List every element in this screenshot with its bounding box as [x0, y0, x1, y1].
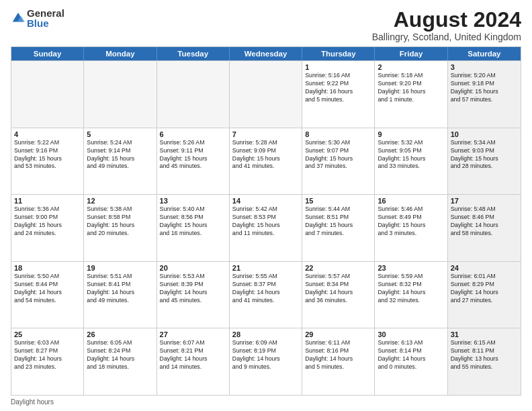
calendar-week: 25Sunrise: 6:03 AM Sunset: 8:27 PM Dayli… — [11, 328, 521, 395]
calendar-cell: 23Sunrise: 5:59 AM Sunset: 8:32 PM Dayli… — [375, 262, 447, 328]
calendar-cell: 6Sunrise: 5:26 AM Sunset: 9:11 PM Daylig… — [157, 128, 230, 195]
header-day: Thursday — [302, 47, 375, 60]
day-number: 15 — [305, 197, 371, 205]
calendar-cell: 28Sunrise: 6:09 AM Sunset: 8:19 PM Dayli… — [230, 328, 302, 395]
day-info: Sunrise: 5:28 AM Sunset: 9:09 PM Dayligh… — [232, 139, 299, 171]
header-day: Tuesday — [157, 47, 230, 60]
day-number: 2 — [378, 63, 444, 71]
day-info: Sunrise: 5:55 AM Sunset: 8:37 PM Dayligh… — [232, 273, 299, 305]
calendar-cell: 30Sunrise: 6:13 AM Sunset: 8:14 PM Dayli… — [375, 328, 447, 395]
calendar-cell — [230, 61, 302, 128]
day-info: Sunrise: 5:50 AM Sunset: 8:44 PM Dayligh… — [14, 273, 81, 305]
calendar-cell — [11, 61, 84, 128]
day-number: 17 — [451, 197, 518, 205]
day-number: 3 — [451, 63, 518, 71]
calendar-cell: 3Sunrise: 5:20 AM Sunset: 9:18 PM Daylig… — [448, 61, 521, 128]
header-day: Saturday — [448, 47, 521, 60]
day-info: Sunrise: 6:15 AM Sunset: 8:11 PM Dayligh… — [451, 339, 518, 371]
footer-note: Daylight hours — [11, 398, 521, 406]
day-number: 28 — [232, 330, 299, 338]
calendar-cell: 4Sunrise: 5:22 AM Sunset: 9:16 PM Daylig… — [11, 128, 84, 195]
day-info: Sunrise: 5:59 AM Sunset: 8:32 PM Dayligh… — [378, 273, 444, 305]
header: General Blue August 2024 Ballingry, Scot… — [11, 8, 521, 42]
calendar-cell: 9Sunrise: 5:32 AM Sunset: 9:05 PM Daylig… — [375, 128, 447, 195]
day-number: 6 — [160, 130, 226, 138]
calendar-cell: 20Sunrise: 5:53 AM Sunset: 8:39 PM Dayli… — [157, 262, 230, 328]
calendar-week: 1Sunrise: 5:16 AM Sunset: 9:22 PM Daylig… — [11, 60, 521, 128]
day-info: Sunrise: 6:07 AM Sunset: 8:21 PM Dayligh… — [160, 339, 226, 371]
day-info: Sunrise: 5:18 AM Sunset: 9:20 PM Dayligh… — [378, 72, 444, 104]
logo-blue: Blue — [27, 18, 64, 28]
page: General Blue August 2024 Ballingry, Scot… — [0, 0, 532, 411]
day-info: Sunrise: 5:51 AM Sunset: 8:41 PM Dayligh… — [87, 273, 153, 305]
day-info: Sunrise: 6:01 AM Sunset: 8:29 PM Dayligh… — [451, 273, 518, 305]
day-number: 9 — [378, 130, 444, 138]
calendar-cell: 2Sunrise: 5:18 AM Sunset: 9:20 PM Daylig… — [375, 61, 447, 128]
calendar-cell: 12Sunrise: 5:38 AM Sunset: 8:58 PM Dayli… — [84, 195, 157, 261]
day-number: 23 — [378, 264, 444, 272]
day-number: 1 — [305, 63, 371, 71]
day-info: Sunrise: 5:22 AM Sunset: 9:16 PM Dayligh… — [14, 139, 81, 171]
day-number: 20 — [160, 264, 226, 272]
day-number: 19 — [87, 264, 153, 272]
title-block: August 2024 Ballingry, Scotland, United … — [372, 8, 521, 42]
day-info: Sunrise: 5:48 AM Sunset: 8:46 PM Dayligh… — [451, 205, 518, 238]
day-info: Sunrise: 6:13 AM Sunset: 8:14 PM Dayligh… — [378, 339, 444, 371]
day-info: Sunrise: 5:34 AM Sunset: 9:03 PM Dayligh… — [451, 139, 518, 171]
day-number: 10 — [451, 130, 518, 138]
header-day: Monday — [84, 47, 157, 60]
calendar-week: 18Sunrise: 5:50 AM Sunset: 8:44 PM Dayli… — [11, 261, 521, 328]
calendar-cell: 15Sunrise: 5:44 AM Sunset: 8:51 PM Dayli… — [302, 195, 375, 261]
calendar-cell: 29Sunrise: 6:11 AM Sunset: 8:16 PM Dayli… — [302, 328, 375, 395]
day-info: Sunrise: 5:46 AM Sunset: 8:49 PM Dayligh… — [378, 205, 444, 238]
day-info: Sunrise: 5:40 AM Sunset: 8:56 PM Dayligh… — [160, 205, 226, 238]
calendar: SundayMondayTuesdayWednesdayThursdayFrid… — [11, 46, 521, 396]
day-info: Sunrise: 5:30 AM Sunset: 9:07 PM Dayligh… — [305, 139, 371, 171]
day-info: Sunrise: 5:26 AM Sunset: 9:11 PM Dayligh… — [160, 139, 226, 171]
day-info: Sunrise: 5:24 AM Sunset: 9:14 PM Dayligh… — [87, 139, 153, 171]
day-number: 4 — [14, 130, 81, 138]
day-info: Sunrise: 5:44 AM Sunset: 8:51 PM Dayligh… — [305, 205, 371, 238]
header-day: Friday — [375, 47, 447, 60]
day-number: 5 — [87, 130, 153, 138]
day-info: Sunrise: 6:03 AM Sunset: 8:27 PM Dayligh… — [14, 339, 81, 371]
calendar-cell: 27Sunrise: 6:07 AM Sunset: 8:21 PM Dayli… — [157, 328, 230, 395]
day-number: 16 — [378, 197, 444, 205]
day-number: 11 — [14, 197, 81, 205]
day-number: 25 — [14, 330, 81, 338]
calendar-week: 4Sunrise: 5:22 AM Sunset: 9:16 PM Daylig… — [11, 128, 521, 195]
day-number: 21 — [232, 264, 299, 272]
calendar-cell: 14Sunrise: 5:42 AM Sunset: 8:53 PM Dayli… — [230, 195, 302, 261]
calendar-cell — [84, 61, 157, 128]
day-info: Sunrise: 5:20 AM Sunset: 9:18 PM Dayligh… — [451, 72, 518, 104]
calendar-cell: 1Sunrise: 5:16 AM Sunset: 9:22 PM Daylig… — [302, 61, 375, 128]
calendar-cell: 7Sunrise: 5:28 AM Sunset: 9:09 PM Daylig… — [230, 128, 302, 195]
calendar-cell: 19Sunrise: 5:51 AM Sunset: 8:41 PM Dayli… — [84, 262, 157, 328]
day-info: Sunrise: 5:42 AM Sunset: 8:53 PM Dayligh… — [232, 205, 299, 238]
calendar-cell: 18Sunrise: 5:50 AM Sunset: 8:44 PM Dayli… — [11, 262, 84, 328]
day-number: 30 — [378, 330, 444, 338]
logo-general: General — [27, 8, 64, 18]
day-number: 22 — [305, 264, 371, 272]
calendar-cell — [157, 61, 230, 128]
day-number: 12 — [87, 197, 153, 205]
day-info: Sunrise: 5:53 AM Sunset: 8:39 PM Dayligh… — [160, 273, 226, 305]
day-info: Sunrise: 5:32 AM Sunset: 9:05 PM Dayligh… — [378, 139, 444, 171]
title-month: August 2024 — [372, 8, 521, 32]
calendar-header: SundayMondayTuesdayWednesdayThursdayFrid… — [11, 47, 521, 60]
day-info: Sunrise: 5:57 AM Sunset: 8:34 PM Dayligh… — [305, 273, 371, 305]
logo-icon — [11, 11, 26, 26]
day-number: 24 — [451, 264, 518, 272]
calendar-body: 1Sunrise: 5:16 AM Sunset: 9:22 PM Daylig… — [11, 60, 521, 395]
calendar-cell: 24Sunrise: 6:01 AM Sunset: 8:29 PM Dayli… — [448, 262, 521, 328]
calendar-cell: 5Sunrise: 5:24 AM Sunset: 9:14 PM Daylig… — [84, 128, 157, 195]
calendar-cell: 22Sunrise: 5:57 AM Sunset: 8:34 PM Dayli… — [302, 262, 375, 328]
calendar-cell: 16Sunrise: 5:46 AM Sunset: 8:49 PM Dayli… — [375, 195, 447, 261]
calendar-cell: 17Sunrise: 5:48 AM Sunset: 8:46 PM Dayli… — [448, 195, 521, 261]
calendar-cell: 26Sunrise: 6:05 AM Sunset: 8:24 PM Dayli… — [84, 328, 157, 395]
day-number: 18 — [14, 264, 81, 272]
day-info: Sunrise: 5:38 AM Sunset: 8:58 PM Dayligh… — [87, 205, 153, 238]
calendar-cell: 10Sunrise: 5:34 AM Sunset: 9:03 PM Dayli… — [448, 128, 521, 195]
header-day: Wednesday — [230, 47, 302, 60]
calendar-cell: 21Sunrise: 5:55 AM Sunset: 8:37 PM Dayli… — [230, 262, 302, 328]
